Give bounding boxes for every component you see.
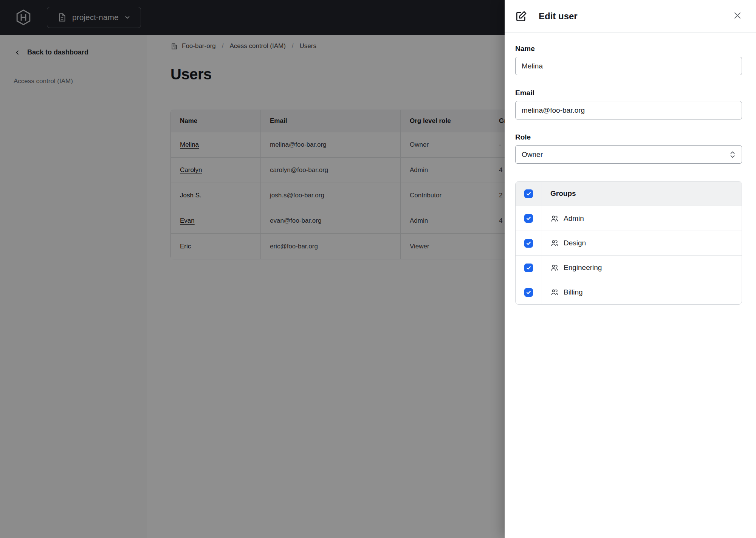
group-label-cell: Engineering [542,256,742,280]
group-row: Admin [516,206,742,231]
select-all-groups-checkbox[interactable] [524,189,533,198]
group-checkbox[interactable] [524,214,533,223]
drawer-title: Edit user [539,11,578,22]
role-select-value: Owner [522,150,543,159]
group-check-cell [516,280,542,304]
email-input[interactable] [515,101,742,119]
select-caret-icon [730,150,736,159]
users-icon [550,288,559,296]
name-field-block: Name [515,45,742,75]
group-label-cell: Billing [542,280,742,304]
group-label-cell: Design [542,231,742,255]
group-label: Design [564,239,586,247]
group-row: Billing [516,280,742,304]
group-row: Design [516,231,742,255]
group-check-cell [516,256,542,280]
users-icon [550,264,559,272]
groups-header-check-cell [516,181,542,206]
group-checkbox[interactable] [524,288,533,297]
users-icon [550,214,559,223]
role-field-block: Role Owner [515,133,742,164]
drawer-header: Edit user [505,0,756,33]
users-icon [550,239,559,247]
group-checkbox[interactable] [524,239,533,248]
groups-list: Admin [516,206,742,304]
group-check-cell [516,231,542,255]
groups-header-label: Groups [542,181,742,206]
edit-user-drawer: Edit user Name Email Role Owner [505,0,756,538]
role-field-label: Role [515,133,742,141]
email-field-label: Email [515,89,742,97]
groups-panel-header: Groups [516,181,742,206]
drawer-body: Name Email Role Owner [505,33,756,305]
name-field-label: Name [515,45,742,53]
group-label: Admin [564,214,584,223]
role-select[interactable]: Owner [515,145,742,164]
edit-icon [515,10,527,22]
group-row: Engineering [516,255,742,280]
group-checkbox[interactable] [524,264,533,272]
group-label: Billing [564,288,583,296]
group-label: Engineering [564,264,602,272]
name-input[interactable] [515,57,742,75]
group-label-cell: Admin [542,206,742,231]
group-check-cell [516,206,542,231]
close-icon[interactable] [732,10,743,21]
groups-panel: Groups [515,181,742,305]
email-field-block: Email [515,89,742,119]
